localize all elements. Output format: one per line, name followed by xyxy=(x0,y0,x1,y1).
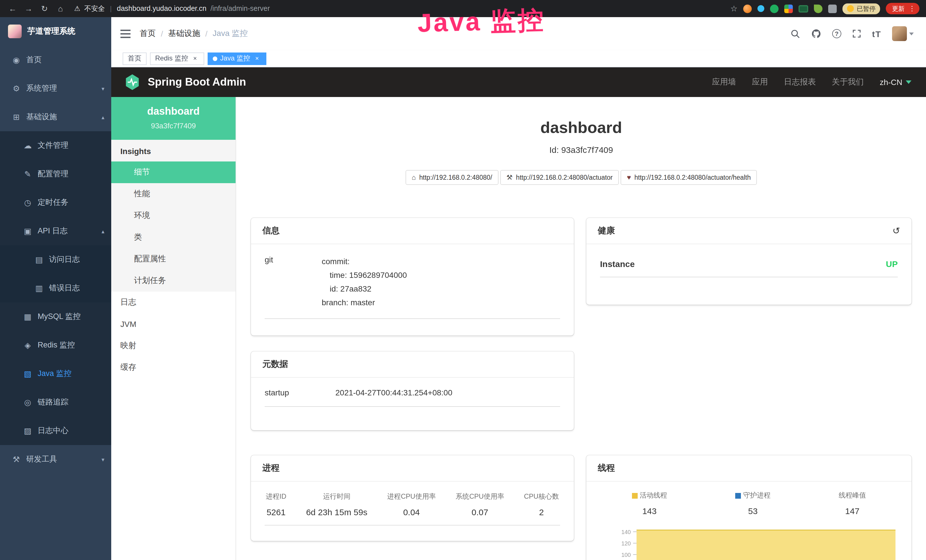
home-icon: ⌂ xyxy=(412,173,416,182)
close-icon[interactable]: × xyxy=(253,54,261,62)
close-icon[interactable]: × xyxy=(191,54,199,62)
sidebar-item-home[interactable]: ◉ 首页 xyxy=(0,45,111,74)
sidebar-item-log-center[interactable]: ▨ 日志中心 xyxy=(0,416,111,445)
paused-extension-pill[interactable]: 已暂停 xyxy=(843,3,880,14)
sidebar-item-mysql-monitor[interactable]: ▦ MySQL 监控 xyxy=(0,303,111,331)
locale-selector[interactable]: zh-CN xyxy=(880,77,911,87)
endpoint-service-url[interactable]: ⌂ http://192.168.0.2:48080/ xyxy=(406,170,498,185)
header-actions: ? tT xyxy=(791,26,914,41)
sba-item-scheduled-tasks[interactable]: 计划任务 xyxy=(111,270,236,292)
sba-item-mappings[interactable]: 映射 xyxy=(111,335,236,357)
sidebar-item-api-logs[interactable]: ▣ API 日志 ▴ xyxy=(0,217,111,245)
threads-card: 线程 活动线程 143 守护进程 53 xyxy=(586,455,911,560)
sidebar-item-error-logs[interactable]: ▥ 错误日志 xyxy=(0,274,111,303)
sidebar-item-redis-monitor[interactable]: ◈ Redis 监控 xyxy=(0,331,111,359)
sba-brand[interactable]: Spring Boot Admin xyxy=(148,76,246,88)
sba-nav-applications[interactable]: 应用 xyxy=(752,77,768,87)
sidebar-item-config[interactable]: ✎ 配置管理 xyxy=(0,160,111,188)
extension-icon-leaf[interactable] xyxy=(814,4,823,13)
extension-icon-drop[interactable] xyxy=(758,5,764,12)
warning-icon: ⚠ xyxy=(74,5,80,12)
sidebar-item-tracing[interactable]: ◎ 链路追踪 xyxy=(0,388,111,416)
reload-icon[interactable]: ↻ xyxy=(39,4,50,13)
sba-item-metrics[interactable]: 性能 xyxy=(111,183,236,205)
monitor-icon: ⊞ xyxy=(11,112,21,121)
active-dot xyxy=(213,56,217,61)
sba-item-config-props[interactable]: 配置属性 xyxy=(111,248,236,270)
sidebar-item-files[interactable]: ☁ 文件管理 xyxy=(0,131,111,160)
target-icon: ◎ xyxy=(23,398,33,407)
metadata-card: 元数据 startup 2021-04-27T00:44:31.254+08:0… xyxy=(251,351,574,430)
log-icon: ▣ xyxy=(23,227,33,236)
info-card-title: 信息 xyxy=(251,218,574,244)
extension-icon-grid[interactable] xyxy=(784,4,793,13)
endpoint-actuator-url[interactable]: ⚒ http://192.168.0.2:48080/actuator xyxy=(500,170,619,185)
extension-icon-green[interactable] xyxy=(770,4,779,13)
sba-item-logs[interactable]: 日志 xyxy=(111,292,236,313)
forward-icon[interactable]: → xyxy=(23,4,34,13)
instance-title: dashboard xyxy=(236,119,926,137)
java-monitor-icon: ▧ xyxy=(23,369,33,378)
sba-nav-wallboard[interactable]: 应用墙 xyxy=(712,77,736,87)
breadcrumb-infrastructure[interactable]: 基础设施 xyxy=(168,29,200,39)
gear-icon: ⚙ xyxy=(11,84,21,93)
hamburger-icon[interactable] xyxy=(120,29,131,38)
sidebar-item-system[interactable]: ⚙ 系统管理 ▾ xyxy=(0,74,111,103)
sba-item-caches[interactable]: 缓存 xyxy=(111,357,236,378)
tab-java-monitor[interactable]: Java 监控 × xyxy=(207,52,266,65)
sidebar-item-infrastructure[interactable]: ⊞ 基础设施 ▴ xyxy=(0,103,111,131)
sidebar-item-java-monitor[interactable]: ▧ Java 监控 xyxy=(0,359,111,388)
threads-card-title: 线程 xyxy=(586,455,911,481)
sba-item-jvm[interactable]: JVM xyxy=(111,313,236,335)
sba-item-environment[interactable]: 环境 xyxy=(111,205,236,227)
stat-system-cpu: 系统CPU使用率 0.07 xyxy=(455,492,504,517)
sba-main: dashboard Id: 93a3fc7f7409 ⌂ http://192.… xyxy=(236,97,926,560)
endpoint-links: ⌂ http://192.168.0.2:48080/ ⚒ http://192… xyxy=(236,170,926,185)
sba-nav-about[interactable]: 关于我们 xyxy=(832,77,864,87)
github-icon[interactable] xyxy=(811,29,822,39)
help-icon[interactable]: ? xyxy=(832,29,841,38)
emoji-face-icon xyxy=(847,5,854,12)
svg-text:120: 120 xyxy=(622,540,631,546)
sba-section-insights: Insights xyxy=(111,140,236,162)
legend-square-blue xyxy=(735,493,741,498)
app-logo-row[interactable]: 芋道管理系统 xyxy=(0,17,111,45)
tab-home[interactable]: 首页 xyxy=(123,52,147,65)
instance-id-line: Id: 93a3fc7f7409 xyxy=(236,145,926,154)
breadcrumb-home[interactable]: 首页 xyxy=(140,29,156,39)
tab-redis-monitor[interactable]: Redis 监控 × xyxy=(150,52,204,65)
extension-icon-badge[interactable] xyxy=(799,5,808,12)
extension-icon-orange[interactable] xyxy=(743,4,752,13)
instance-header[interactable]: dashboard 93a3fc7f7409 xyxy=(111,97,236,140)
history-icon[interactable]: ↺ xyxy=(892,226,900,235)
chevron-up-icon: ▴ xyxy=(101,228,104,234)
sidebar-item-jobs[interactable]: ◷ 定时任务 xyxy=(0,188,111,217)
address-bar[interactable]: ⚠ 不安全 | dashboard.yudao.iocoder.cn/infra… xyxy=(74,4,270,14)
home-icon[interactable]: ⌂ xyxy=(55,4,66,13)
app-header: 首页 / 基础设施 / Java 监控 ? xyxy=(111,17,926,50)
sidebar-item-dev-tools[interactable]: ⚒ 研发工具 ▾ xyxy=(0,445,111,474)
edit-icon: ✎ xyxy=(23,170,33,179)
fullscreen-icon[interactable] xyxy=(852,29,861,38)
back-icon[interactable]: ← xyxy=(7,4,18,13)
font-size-icon[interactable]: tT xyxy=(872,29,881,38)
sba-navbar: Spring Boot Admin 应用墙 应用 日志报表 关于我们 zh-CN xyxy=(111,67,926,97)
bookmark-star-icon[interactable]: ☆ xyxy=(730,4,737,13)
sba-item-classes[interactable]: 类 xyxy=(111,227,236,248)
wrench-icon: ⚒ xyxy=(507,173,513,182)
svg-text:100: 100 xyxy=(622,552,631,558)
sba-item-details[interactable]: 细节 xyxy=(111,162,236,183)
chrome-update-button[interactable]: 更新 ⋮ xyxy=(886,3,920,14)
extensions-puzzle-icon[interactable] xyxy=(828,4,837,13)
legend-peak-threads: 线程峰值 147 xyxy=(839,491,866,516)
sba-nav-links: 应用墙 应用 日志报表 关于我们 zh-CN xyxy=(712,77,911,87)
app-title: 芋道管理系统 xyxy=(27,26,75,36)
instance-name: dashboard xyxy=(116,106,231,118)
url-host: dashboard.yudao.iocoder.cn xyxy=(117,5,206,12)
endpoint-health-url[interactable]: ♥ http://192.168.0.2:48080/actuator/heal… xyxy=(620,170,757,185)
sidebar-item-access-logs[interactable]: ▤ 访问日志 xyxy=(0,245,111,274)
user-avatar[interactable] xyxy=(892,26,914,41)
clock-icon: ◷ xyxy=(23,198,33,207)
sba-nav-journal[interactable]: 日志报表 xyxy=(784,77,816,87)
search-icon[interactable] xyxy=(791,29,800,38)
